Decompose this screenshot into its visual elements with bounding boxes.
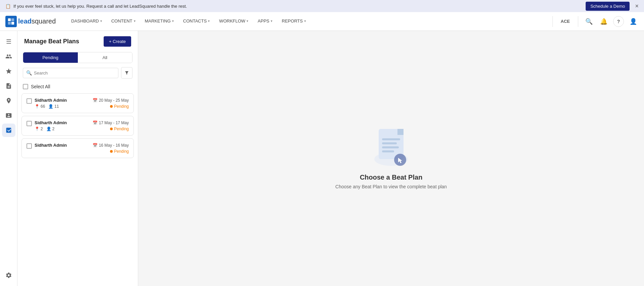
sidebar-contact-card-button[interactable] (2, 109, 15, 122)
close-announcement-button[interactable]: × (635, 3, 639, 10)
card-stats-1: 📍 66 👤 11 (35, 104, 59, 109)
sidebar-settings-button[interactable] (2, 269, 15, 282)
search-icon: 🔍 (26, 70, 32, 76)
svg-rect-7 (382, 138, 400, 140)
sidebar-menu-button[interactable]: ☰ (2, 35, 15, 48)
location-icon: 📍 (35, 104, 40, 109)
help-button[interactable]: ? (613, 16, 624, 27)
search-input[interactable] (23, 68, 118, 78)
card-checkbox-2[interactable] (26, 121, 32, 126)
svg-rect-9 (382, 146, 399, 148)
beat-plan-card-1[interactable]: Sidharth Admin 📅 20 May - 25 May 📍 66 (21, 93, 134, 113)
pending-badge-1: Pending (110, 104, 129, 109)
checkbox-icon[interactable] (26, 121, 32, 126)
chevron-down-icon: ▾ (271, 19, 272, 23)
card-stats-2: 📍 2 👤 2 (35, 127, 54, 131)
sidebar-contacts-group-button[interactable] (2, 50, 15, 63)
pending-dot-icon (110, 150, 113, 153)
people-icon: 👤 (46, 127, 51, 131)
beat-plan-tabs: Pending All (23, 52, 132, 63)
calendar-icon: 📅 (93, 143, 98, 148)
sidebar-beat-plan-button[interactable] (2, 124, 15, 137)
sidebar-document-button[interactable] (2, 79, 15, 93)
select-all-row: Select All (17, 83, 138, 93)
card-dates-1: 📅 20 May - 25 May (93, 98, 129, 103)
sidebar-person-pin-button[interactable] (2, 94, 15, 107)
notifications-button[interactable]: 🔔 (598, 16, 609, 27)
nav-item-dashboard[interactable]: DASHBOARD ▾ (66, 12, 106, 31)
card-bottom-1: 📍 66 👤 11 Pending (35, 104, 129, 109)
beat-plans-list: Sidharth Admin 📅 20 May - 25 May 📍 66 (17, 93, 138, 158)
announcement-text-area: 📋 If you ever feel stuck, let us help yo… (5, 4, 187, 9)
tab-pending[interactable]: Pending (23, 52, 78, 63)
nav-item-contacts[interactable]: CONTACTS ▾ (178, 12, 215, 31)
announcement-icon: 📋 (5, 4, 11, 9)
select-all-checkbox[interactable] (23, 84, 28, 89)
svg-rect-3 (11, 21, 14, 24)
card-bottom-2: 📍 2 👤 2 Pending (35, 127, 129, 131)
svg-rect-6 (397, 129, 404, 135)
svg-rect-8 (382, 142, 397, 144)
checkbox-icon[interactable] (26, 98, 32, 104)
nav-item-apps[interactable]: APPS ▾ (253, 12, 277, 31)
svg-rect-0 (8, 18, 11, 21)
calendar-icon: 📅 (93, 121, 98, 125)
beat-plans-panel: Manage Beat Plans + Create Pending All 🔍… (17, 31, 138, 286)
beat-plan-card-2[interactable]: Sidharth Admin 📅 17 May - 17 May 📍 2 (21, 116, 134, 136)
calendar-icon: 📅 (93, 98, 98, 103)
filter-button[interactable] (121, 67, 132, 79)
card-bottom-3: Pending (35, 149, 129, 154)
beat-panel-title: Manage Beat Plans (24, 38, 79, 45)
nav-divider (552, 16, 553, 27)
nav-item-marketing[interactable]: MARKETING ▾ (140, 12, 178, 31)
card-checkbox-1[interactable] (26, 98, 32, 104)
svg-rect-10 (382, 150, 394, 152)
pending-dot-icon (110, 105, 113, 108)
nav-item-reports[interactable]: REPORTS ▾ (277, 12, 311, 31)
location-icon: 📍 (35, 127, 40, 131)
empty-subtitle: Choose any Beat Plan to view the complet… (335, 184, 447, 189)
card-content-3: Sidharth Admin 📅 16 May - 16 May Pending (35, 143, 129, 154)
top-nav: leadsquared DASHBOARD ▾ CONTENT ▾ MARKET… (0, 12, 644, 31)
sidebar-star-button[interactable] (2, 64, 15, 78)
logo-lead: lead (18, 17, 32, 25)
pending-badge-3: Pending (110, 149, 129, 154)
logo-area: leadsquared (5, 16, 56, 27)
chevron-down-icon: ▾ (100, 19, 102, 23)
empty-illustration (371, 128, 411, 168)
logo-squared: squared (32, 17, 56, 25)
pending-dot-icon (110, 128, 113, 130)
user-profile-button[interactable]: 👤 (628, 16, 639, 27)
checkbox-icon[interactable] (26, 143, 32, 149)
create-beat-plan-button[interactable]: + Create (104, 36, 131, 47)
announcement-bar: 📋 If you ever feel stuck, let us help yo… (0, 0, 644, 12)
schedule-demo-button[interactable]: Schedule a Demo (586, 2, 630, 11)
nav-right-icons: ACE 🔍 🔔 ? 👤 (551, 16, 639, 27)
card-top-1: Sidharth Admin 📅 20 May - 25 May (35, 98, 129, 103)
nav-item-content[interactable]: CONTENT ▾ (107, 12, 140, 31)
search-button[interactable]: 🔍 (584, 16, 594, 27)
locations-stat: 📍 66 (35, 104, 45, 109)
card-top-3: Sidharth Admin 📅 16 May - 16 May (35, 143, 129, 148)
select-all-label[interactable]: Select All (31, 84, 50, 89)
card-dates-2: 📅 17 May - 17 May (93, 121, 129, 125)
tab-all[interactable]: All (78, 52, 132, 63)
card-top-2: Sidharth Admin 📅 17 May - 17 May (35, 120, 129, 125)
svg-rect-1 (11, 18, 14, 21)
nav-links: DASHBOARD ▾ CONTENT ▾ MARKETING ▾ CONTAC… (66, 12, 551, 31)
locations-stat: 📍 2 (35, 127, 43, 131)
chevron-down-icon: ▾ (247, 19, 248, 23)
card-name-2: Sidharth Admin (35, 120, 67, 125)
beat-plan-card-3[interactable]: Sidharth Admin 📅 16 May - 16 May Pending (21, 138, 134, 158)
people-stat: 👤 11 (48, 104, 59, 109)
card-name-3: Sidharth Admin (35, 143, 67, 148)
beat-panel-header: Manage Beat Plans + Create (17, 31, 138, 52)
card-content-2: Sidharth Admin 📅 17 May - 17 May 📍 2 (35, 120, 129, 131)
nav-divider (578, 16, 578, 27)
nav-item-workflow[interactable]: WORKFLOW ▾ (214, 12, 253, 31)
card-content-1: Sidharth Admin 📅 20 May - 25 May 📍 66 (35, 98, 129, 109)
people-stat: 👤 2 (46, 127, 55, 131)
card-checkbox-3[interactable] (26, 143, 32, 149)
pending-badge-2: Pending (110, 127, 129, 131)
search-input-wrap: 🔍 (23, 68, 118, 78)
